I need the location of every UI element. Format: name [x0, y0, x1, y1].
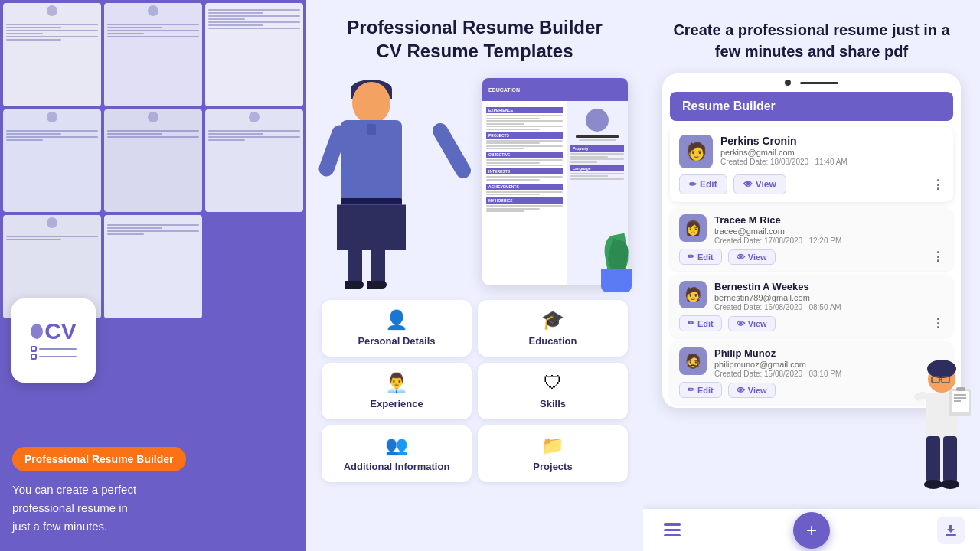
- feature-btn-experience[interactable]: 👨‍💼 Experience: [322, 363, 472, 419]
- add-resume-button[interactable]: +: [793, 512, 830, 549]
- more-button-0[interactable]: ⋮: [932, 178, 944, 192]
- resume-thumb-6: [205, 109, 303, 213]
- resume-date-2: Created Date: 16/08/2020 08:50 AM: [714, 303, 944, 311]
- education-label: Education: [529, 335, 577, 347]
- feature-btn-personal-details[interactable]: 👤 Personal Details: [322, 300, 472, 357]
- skills-icon: 🛡: [484, 372, 622, 393]
- person-shoe-left: [345, 281, 364, 289]
- view-button-1[interactable]: 👁 View: [728, 249, 776, 265]
- edit-button-0[interactable]: ✏ Edit: [679, 174, 727, 194]
- svg-rect-6: [913, 391, 928, 402]
- resume-name-0: Perkins Cronin: [720, 135, 944, 147]
- view-button-3[interactable]: 👁 View: [728, 383, 776, 398]
- edit-button-2[interactable]: ✏ Edit: [679, 315, 722, 331]
- projects-icon: 📁: [484, 435, 622, 456]
- resume-thumb-4: [3, 109, 101, 213]
- edit-button-3[interactable]: ✏ Edit: [679, 382, 722, 398]
- features-grid: 👤 Personal Details 🎓 Education 👨‍💼 Exper…: [306, 292, 643, 490]
- resume-name-3: Philip Munoz: [714, 347, 944, 359]
- experience-icon: 👨‍💼: [328, 372, 466, 393]
- middle-title: Professional Resume Builder CV Resume Te…: [329, 15, 620, 63]
- status-dot-1: [785, 80, 791, 86]
- feature-btn-additional-information[interactable]: 👥 Additional Information: [322, 425, 472, 482]
- view-button-2[interactable]: 👁 View: [728, 316, 776, 331]
- svg-rect-15: [943, 436, 957, 482]
- resume-builder-bar: Resume Builder: [670, 92, 953, 121]
- experience-label: Experience: [370, 398, 423, 409]
- resume-card-2: 🧑 Bernestin A Weekes bernestin789@gmail.…: [670, 275, 953, 337]
- right-bottom-bar: +: [643, 509, 980, 551]
- left-description: You can create a perfect professional re…: [12, 481, 294, 536]
- svg-rect-9: [952, 391, 969, 412]
- left-panel: CV Professional Resume Builder You can c…: [0, 0, 306, 551]
- education-icon: 🎓: [484, 309, 622, 331]
- resume-thumb-1: [3, 3, 101, 106]
- svg-point-1: [927, 360, 956, 378]
- resume-thumb-9: [104, 215, 202, 318]
- svg-point-16: [924, 480, 942, 489]
- resume-card-1: 👩 Tracee M Rice tracee@gmail.com Created…: [670, 208, 953, 271]
- prb-badge: Professional Resume Builder: [12, 447, 186, 471]
- resume-card-actions-2: ✏ Edit 👁 View ⋮: [679, 315, 944, 331]
- cv-icon: CV: [31, 320, 77, 361]
- avatar-1: 👩: [679, 214, 707, 242]
- person-svg: [900, 360, 976, 513]
- svg-rect-19: [664, 529, 681, 531]
- phone-status-bar: [662, 73, 961, 92]
- resume-thumb-2: [104, 3, 202, 106]
- resume-card-main-0: 🧑 Perkins Cronin perkins@gmail.com Creat…: [679, 135, 944, 168]
- phone-mockup: Resume Builder 🧑 Perkins Cronin perkins@…: [662, 73, 961, 408]
- cv-icon-container: CV: [11, 298, 96, 383]
- right-header: Create a professional resume just in a f…: [666, 19, 957, 62]
- resume-doc-header: EDUCATION: [482, 78, 628, 101]
- edit-button-1[interactable]: ✏ Edit: [679, 249, 722, 265]
- avatar-2: 🧑: [679, 281, 707, 308]
- resume-card-0: 🧑 Perkins Cronin perkins@gmail.com Creat…: [670, 127, 953, 202]
- status-line: [800, 82, 838, 84]
- right-panel: Create a professional resume just in a f…: [643, 0, 980, 551]
- resume-name-2: Bernestin A Weekes: [714, 281, 944, 292]
- edit-icon-3: ✏: [688, 385, 694, 395]
- personal-details-label: Personal Details: [358, 335, 435, 347]
- resume-email-0: perkins@gmail.com: [720, 148, 944, 157]
- personal-details-icon: 👤: [328, 309, 466, 331]
- feature-btn-projects[interactable]: 📁 Projects: [478, 425, 628, 482]
- additional-info-icon: 👥: [328, 435, 466, 456]
- svg-rect-13: [956, 387, 965, 391]
- left-bottom: Professional Resume Builder You can crea…: [0, 438, 306, 551]
- person-body: [341, 120, 402, 212]
- view-icon-3: 👁: [737, 386, 745, 395]
- person-arm-right: [430, 121, 473, 181]
- feature-btn-skills[interactable]: 🛡 Skills: [478, 363, 628, 419]
- view-button-0[interactable]: 👁 View: [733, 174, 786, 194]
- middle-panel: Professional Resume Builder CV Resume Te…: [306, 0, 643, 551]
- resume-card-info-0: Perkins Cronin perkins@gmail.com Created…: [720, 135, 944, 166]
- svg-rect-18: [664, 523, 681, 526]
- projects-label: Projects: [533, 461, 572, 472]
- resume-date-1: Created Date: 17/08/2020 12:20 PM: [714, 236, 944, 245]
- resume-thumb-3: [205, 3, 303, 106]
- right-person-illustration: [900, 360, 976, 513]
- hamburger-menu-button[interactable]: [658, 517, 686, 544]
- resume-email-1: tracee@gmail.com: [714, 227, 944, 236]
- middle-header: Professional Resume Builder CV Resume Te…: [306, 0, 643, 70]
- person-leg-right: [371, 245, 385, 283]
- feature-btn-education[interactable]: 🎓 Education: [478, 300, 628, 357]
- person-figure: [329, 78, 452, 292]
- plant-decoration: [597, 231, 635, 292]
- more-button-1[interactable]: ⋮: [932, 249, 944, 264]
- right-top-text: Create a professional resume just in a f…: [643, 0, 980, 73]
- resume-thumb-5: [104, 109, 202, 213]
- view-icon-1: 👁: [737, 253, 745, 262]
- svg-rect-21: [946, 534, 956, 536]
- resume-card-actions-0: ✏ Edit 👁 View ⋮: [679, 174, 944, 194]
- download-button[interactable]: [937, 517, 965, 544]
- svg-rect-20: [664, 534, 681, 536]
- download-icon: [944, 523, 958, 537]
- resume-grid: [0, 0, 306, 321]
- more-button-2[interactable]: ⋮: [932, 316, 944, 331]
- illustration-area: EDUCATION EXPERIENCE PROJECTS OBJECTIVE …: [306, 70, 643, 292]
- resume-date-0: Created Date: 18/08/2020 11:40 AM: [720, 158, 944, 166]
- person-leg-left: [348, 245, 362, 283]
- avatar-3: 🧔: [679, 347, 707, 375]
